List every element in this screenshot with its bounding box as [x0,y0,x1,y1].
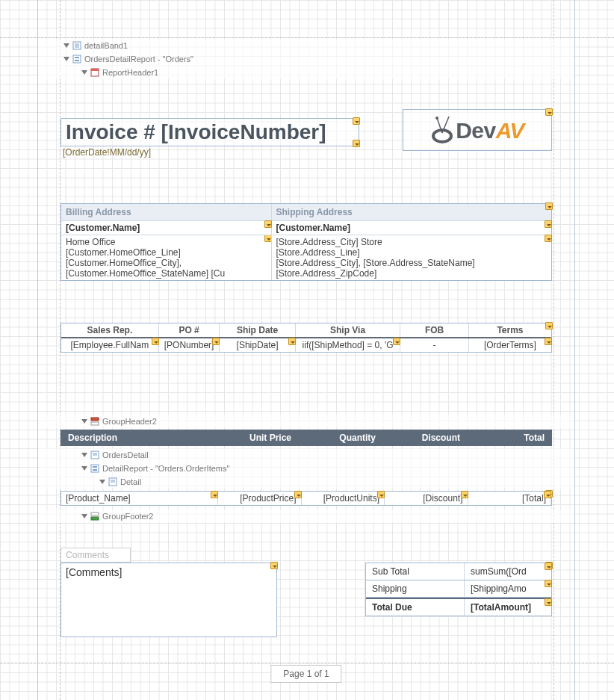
band-header-detail[interactable]: Detail [38,475,574,489]
th-po[interactable]: PO # [159,323,220,337]
expand-toggle-icon[interactable] [63,43,69,48]
line-item-row[interactable]: [Product_Name] [ProductPrice] [ProductUn… [61,491,552,506]
col-total: Total [468,430,552,446]
page-info-field[interactable]: Page 1 of 1 [270,665,341,683]
line-items-header[interactable]: Description Unit Price Quantity Discount… [61,430,552,446]
report-designer-canvas[interactable]: detailBand1 OrdersDetailReport - "Orders… [0,0,614,700]
group-footer-icon [90,512,99,521]
expand-toggle-icon[interactable] [99,480,105,484]
td-shipvia[interactable]: iif([ShipMethod] = 0, 'G [296,338,401,352]
order-info-table[interactable]: Sales Rep. PO # Ship Date Ship Via FOB T… [61,323,552,353]
billing-header-cell[interactable]: Billing Address [61,204,272,220]
subtotal-value[interactable]: sumSum([Ord [464,563,551,580]
smart-tag-icon[interactable] [545,580,552,587]
smart-tag-icon[interactable] [545,563,552,570]
billing-line: Home Office [66,237,267,247]
smart-tag-icon[interactable] [545,235,552,242]
smart-tag-icon[interactable] [377,491,385,498]
svg-rect-26 [91,517,99,520]
svg-rect-20 [93,466,97,468]
th-fob[interactable]: FOB [400,323,469,337]
smart-tag-icon[interactable] [461,491,468,498]
th-shipdate[interactable]: Ship Date [220,323,295,337]
shipping-header-cell[interactable]: Shipping Address [272,204,551,220]
smart-tag-icon[interactable] [393,338,400,345]
billing-line: [Customer.HomeOffice_StateName] [Cu [66,268,267,279]
address-table[interactable]: Billing Address Shipping Address [Custom… [61,203,552,281]
td-fob[interactable]: - [400,338,469,352]
td-salesrep[interactable]: [Employee.FullNam [61,338,159,352]
smart-tag-icon[interactable] [288,338,296,345]
band-label: GroupFooter2 [102,512,153,521]
smart-tag-icon[interactable] [270,562,278,569]
band-label: detailBand1 [84,41,128,50]
smart-tag-icon[interactable] [545,202,553,210]
totaldue-value[interactable]: [TotalAmount] [464,599,551,616]
smart-tag-icon[interactable] [211,491,218,498]
invoice-title-field[interactable]: Invoice # [InvoiceNumber] [61,118,359,146]
th-salesrep[interactable]: Sales Rep. [61,323,159,337]
smart-tag-icon[interactable] [545,322,553,329]
band-header-detailreport[interactable]: DetailReport - "Orders.OrderItems" [38,462,574,475]
shipping-value[interactable]: [ShippingAmo [464,580,551,597]
cell-unitprice[interactable]: [ProductPrice] [218,492,302,505]
td-terms[interactable]: [OrderTerms] [469,338,551,352]
subtotal-label[interactable]: Sub Total [366,563,464,580]
smart-tag-icon[interactable] [545,220,552,228]
td-po[interactable]: [PONumber] [159,338,220,352]
smart-tag-icon[interactable] [152,338,159,345]
logo-placeholder[interactable]: DevAV [403,109,552,151]
cell-qty[interactable]: [ProductUnits] [302,492,385,505]
band-header-ordersdetailreport[interactable]: OrdersDetailReport - "Orders" [38,52,574,66]
band-label: OrdersDetailReport - "Orders" [84,55,193,64]
billing-lines-cell[interactable]: Home Office [Customer.HomeOffice_Line] [… [61,235,272,280]
comments-field[interactable]: [Comments] [61,563,277,637]
td-shipdate[interactable]: [ShipDate] [220,338,295,352]
smart-tag-icon[interactable] [544,491,551,498]
band-header-detailband1[interactable]: detailBand1 [38,39,574,52]
billing-line: [Customer.HomeOffice_City], [66,258,267,268]
expand-toggle-icon[interactable] [81,514,87,518]
cell-total[interactable]: [Total] [468,492,552,505]
svg-rect-4 [73,55,81,63]
shipping-lines-cell[interactable]: [Store.Address_City] Store [Store.Addres… [272,235,551,280]
smart-tag-icon[interactable] [545,338,552,345]
smart-tag-icon[interactable] [353,117,360,125]
comments-label[interactable]: Comments [61,548,131,563]
totals-table[interactable]: Sub Total sumSum([Ord Shipping [Shipping… [365,563,552,616]
smart-tag-icon[interactable] [545,108,553,116]
expand-toggle-icon[interactable] [81,453,87,457]
billing-name-cell[interactable]: [Customer.Name] [61,221,272,235]
th-terms[interactable]: Terms [469,323,551,337]
expand-toggle-icon[interactable] [81,419,87,424]
band-header-reportheader1[interactable]: ReportHeader1 [38,66,574,79]
report-header-icon [90,68,99,77]
billing-line: [Customer.HomeOffice_Line] [66,247,267,258]
shipping-name-cell[interactable]: [Customer.Name] [272,221,551,235]
svg-rect-6 [75,60,79,61]
svg-point-11 [435,117,438,120]
cell-desc[interactable]: [Product_Name] [61,492,218,505]
smart-tag-icon[interactable] [294,491,302,498]
smart-tag-icon[interactable] [545,598,552,606]
expand-toggle-icon[interactable] [81,70,87,75]
report-paper[interactable]: detailBand1 OrdersDetailReport - "Orders… [37,0,575,700]
th-shipvia[interactable]: Ship Via [296,323,401,337]
band-header-ordersdetail[interactable]: OrdersDetail [38,448,574,462]
invoice-title-text: Invoice # [InvoiceNumber] [66,120,326,143]
smart-tag-icon[interactable] [264,220,272,228]
shipping-label[interactable]: Shipping [366,580,464,597]
shipping-line: [Store.Address_ZipCode] [276,268,547,279]
band-header-groupfooter2[interactable]: GroupFooter2 [38,509,574,523]
smart-tag-icon[interactable] [353,140,360,147]
expand-toggle-icon[interactable] [63,57,69,61]
cell-discount[interactable]: [Discount] [385,492,468,505]
totaldue-label[interactable]: Total Due [366,599,464,616]
order-date-field[interactable]: [OrderDate!MM/dd/yy] [61,146,359,158]
smart-tag-icon[interactable] [212,338,220,345]
expand-toggle-icon[interactable] [81,466,87,471]
band-label: GroupHeader2 [102,417,157,426]
svg-rect-25 [91,512,99,515]
band-header-groupheader2[interactable]: GroupHeader2 [38,415,574,428]
smart-tag-icon[interactable] [264,235,272,242]
